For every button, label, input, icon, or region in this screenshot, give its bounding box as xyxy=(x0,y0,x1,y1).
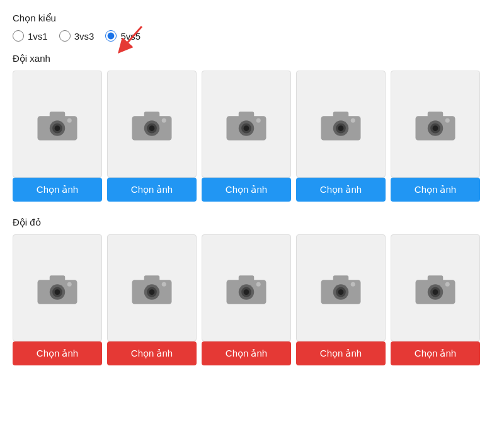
team-blue-label: Đội xanh xyxy=(13,53,491,64)
player-card: Chọn ảnh xyxy=(391,71,480,202)
camera-icon xyxy=(413,105,457,143)
player-card: Chọn ảnh xyxy=(107,71,197,202)
section-title: Chọn kiểu xyxy=(13,13,491,24)
player-card: Chọn ảnh xyxy=(202,234,291,365)
choose-photo-button[interactable]: Chọn ảnh xyxy=(107,341,197,365)
player-card: Chọn ảnh xyxy=(296,234,386,365)
svg-point-60 xyxy=(433,289,438,295)
choose-photo-button[interactable]: Chọn ảnh xyxy=(13,178,102,202)
svg-point-43 xyxy=(162,282,166,287)
player-card: Chọn ảnh xyxy=(391,234,480,365)
player-card: Chọn ảnh xyxy=(202,71,291,202)
svg-rect-39 xyxy=(144,275,160,282)
photo-box xyxy=(391,234,480,341)
svg-point-55 xyxy=(351,282,355,287)
team-red-label: Đội đỏ xyxy=(13,217,491,228)
svg-point-42 xyxy=(149,289,155,295)
svg-rect-57 xyxy=(428,275,444,282)
svg-point-12 xyxy=(149,125,155,131)
svg-point-31 xyxy=(445,118,450,123)
player-card: Chọn ảnh xyxy=(13,71,102,202)
svg-point-54 xyxy=(338,289,344,295)
svg-point-7 xyxy=(67,118,72,123)
svg-point-61 xyxy=(445,282,450,287)
svg-point-13 xyxy=(162,118,166,123)
svg-rect-9 xyxy=(144,112,160,118)
radio-label-3vs3: 3vs3 xyxy=(74,31,94,42)
team-red-grid: Chọn ảnh Chọn ảnh xyxy=(13,234,491,365)
choose-photo-button[interactable]: Chọn ảnh xyxy=(13,341,102,365)
radio-option-3vs3[interactable]: 3vs3 xyxy=(59,30,94,42)
photo-box xyxy=(296,71,386,178)
svg-point-24 xyxy=(338,125,344,131)
svg-point-6 xyxy=(55,125,60,131)
photo-box xyxy=(391,71,480,178)
camera-icon xyxy=(35,269,79,307)
team-blue-section: Đội xanh Chọn ảnh xyxy=(13,53,491,202)
team-blue-grid: Chọn ảnh Chọn ảnh xyxy=(13,71,491,202)
photo-box xyxy=(202,71,291,178)
svg-rect-45 xyxy=(239,275,255,282)
camera-icon xyxy=(35,105,79,143)
red-arrow-icon xyxy=(117,25,154,52)
choose-photo-button[interactable]: Chọn ảnh xyxy=(202,178,291,202)
svg-line-1 xyxy=(123,26,142,48)
radio-5vs5[interactable] xyxy=(105,30,117,42)
svg-point-49 xyxy=(256,282,261,287)
svg-rect-51 xyxy=(333,275,349,282)
svg-point-25 xyxy=(351,118,355,123)
player-card: Chọn ảnh xyxy=(107,234,197,365)
radio-label-1vs1: 1vs1 xyxy=(28,31,48,42)
photo-box xyxy=(107,71,197,178)
player-card: Chọn ảnh xyxy=(13,234,102,365)
camera-icon xyxy=(319,269,363,307)
svg-rect-33 xyxy=(50,275,66,282)
choose-photo-button[interactable]: Chọn ảnh xyxy=(296,341,386,365)
photo-box xyxy=(107,234,197,341)
team-red-section: Đội đỏ Chọn ảnh xyxy=(13,217,491,365)
choose-photo-button[interactable]: Chọn ảnh xyxy=(296,178,386,202)
photo-box xyxy=(13,71,102,178)
radio-3vs3[interactable] xyxy=(59,30,71,42)
choose-photo-button[interactable]: Chọn ảnh xyxy=(391,178,480,202)
radio-group: 1vs1 3vs3 5vs5 xyxy=(13,30,491,42)
svg-point-48 xyxy=(244,289,249,295)
svg-point-18 xyxy=(244,125,249,131)
svg-rect-27 xyxy=(428,112,444,118)
player-card: Chọn ảnh xyxy=(296,71,386,202)
svg-point-19 xyxy=(256,118,261,123)
radio-option-1vs1[interactable]: 1vs1 xyxy=(13,30,48,42)
svg-rect-21 xyxy=(333,112,349,118)
svg-point-30 xyxy=(433,125,438,131)
camera-icon xyxy=(224,269,268,307)
camera-icon xyxy=(413,269,457,307)
camera-icon xyxy=(319,105,363,143)
choose-photo-button[interactable]: Chọn ảnh xyxy=(202,341,291,365)
camera-icon xyxy=(130,269,174,307)
choose-photo-button[interactable]: Chọn ảnh xyxy=(391,341,480,365)
svg-point-37 xyxy=(67,282,72,287)
photo-box xyxy=(296,234,386,341)
camera-icon xyxy=(224,105,268,143)
photo-box xyxy=(202,234,291,341)
svg-point-36 xyxy=(55,289,60,295)
choose-photo-button[interactable]: Chọn ảnh xyxy=(107,178,197,202)
radio-1vs1[interactable] xyxy=(13,30,24,42)
svg-rect-3 xyxy=(50,112,66,118)
camera-icon xyxy=(130,105,174,143)
photo-box xyxy=(13,234,102,341)
svg-rect-15 xyxy=(239,112,255,118)
